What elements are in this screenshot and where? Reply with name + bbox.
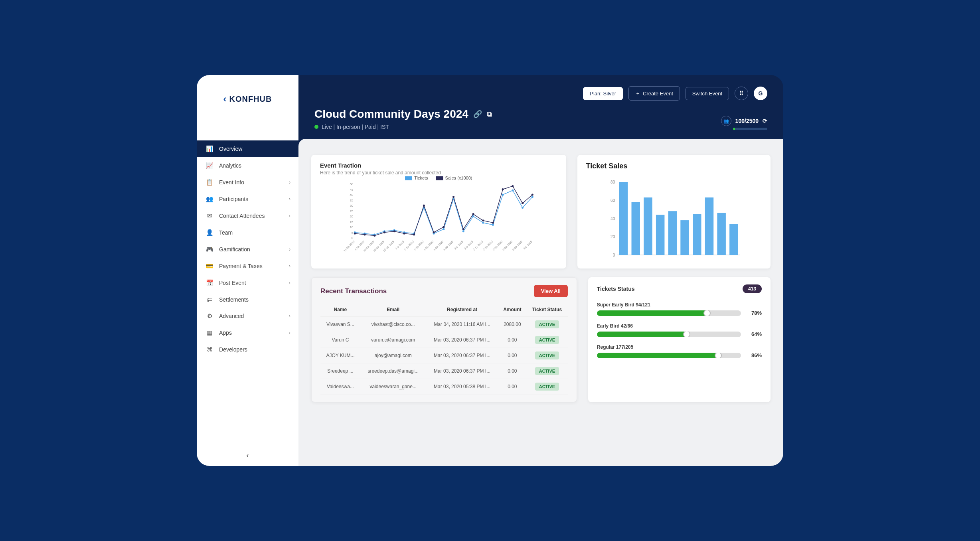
traction-title: Event Traction <box>320 162 557 169</box>
sidebar-item-advanced[interactable]: ⚙Advanced› <box>197 308 298 324</box>
svg-point-45 <box>502 194 504 196</box>
svg-rect-82 <box>717 213 725 255</box>
svg-point-60 <box>462 228 464 230</box>
logo[interactable]: ‹ KONFHUB <box>197 75 298 120</box>
svg-text:45: 45 <box>350 188 353 192</box>
svg-point-47 <box>522 207 524 209</box>
ts-knob-icon <box>715 353 722 358</box>
sidebar-item-analytics[interactable]: 📈Analytics <box>197 157 298 174</box>
brand-text: KONFHUB <box>229 95 272 104</box>
ts-pct: 86% <box>746 352 762 358</box>
plan-badge[interactable]: Plan: Silver <box>583 87 623 100</box>
ts-knob-icon <box>683 332 690 337</box>
event-title-text: Cloud Community Days 2024 <box>314 108 468 120</box>
svg-point-46 <box>512 190 514 192</box>
svg-point-41 <box>462 230 464 232</box>
table-row[interactable]: Sreedeep ...sreedeep.das@amagi...Mar 03,… <box>320 363 568 379</box>
transactions-card: Recent Transactions View All Name Email … <box>311 277 577 402</box>
capacity-widget: 👥 100/2500 ⟳ <box>721 116 767 130</box>
cell-reg: Mar 03, 2020 06:37 PM I... <box>426 363 498 379</box>
traction-subtitle: Here is the trend of your ticket sale an… <box>320 170 557 176</box>
svg-point-43 <box>482 222 484 224</box>
nav-label: Event Info <box>219 179 244 186</box>
traction-chart: 0510152025303540455011-23-201912-3-20191… <box>320 182 557 254</box>
nav-label: Gamification <box>219 246 250 253</box>
ts-bar <box>597 310 741 316</box>
view-all-button[interactable]: View All <box>534 285 568 297</box>
nav-label: Payment & Taxes <box>219 263 263 269</box>
ticket-sales-card: Ticket Sales 020406080 <box>577 155 771 269</box>
th-status: Ticket Status <box>526 303 568 317</box>
sidebar-item-participants[interactable]: 👥Participants› <box>197 191 298 207</box>
svg-point-39 <box>443 228 445 230</box>
nav-label: Contact Attendees <box>219 213 265 219</box>
svg-point-57 <box>433 231 435 233</box>
sidebar-item-event-info[interactable]: 📋Event Info› <box>197 174 298 191</box>
chevron-right-icon: › <box>289 330 290 336</box>
nav-icon: 👥 <box>205 195 214 203</box>
svg-point-44 <box>492 224 494 226</box>
th-name: Name <box>320 303 360 317</box>
svg-text:15: 15 <box>350 220 353 224</box>
svg-text:1-13-2020: 1-13-2020 <box>413 240 425 251</box>
nav-list: 📊Overview📈Analytics📋Event Info›👥Particip… <box>197 120 298 445</box>
sidebar-item-team[interactable]: 👤Team <box>197 224 298 241</box>
svg-text:60: 60 <box>611 198 615 203</box>
nav-icon: 📈 <box>205 162 214 169</box>
table-row[interactable]: AJOY KUM...ajoy@amagi.comMar 03, 2020 06… <box>320 348 568 363</box>
cell-amount: 0.00 <box>498 332 526 348</box>
sidebar-item-post-event[interactable]: 📅Post Event› <box>197 274 298 291</box>
refresh-icon[interactable]: ⟳ <box>763 118 767 124</box>
apps-grid-icon[interactable]: ⠿ <box>735 87 748 100</box>
link-icon[interactable]: 🔗 <box>473 110 482 118</box>
nav-icon: 🏷 <box>205 296 214 303</box>
ticket-status-title: Tickets Status <box>597 286 635 292</box>
svg-point-58 <box>443 226 445 228</box>
th-registered: Registered at <box>426 303 498 317</box>
th-email: Email <box>360 303 426 317</box>
svg-text:5: 5 <box>352 231 354 235</box>
capacity-text: 100/2500 <box>735 118 759 124</box>
traction-legend: Tickets Sales (x1000) <box>320 176 557 180</box>
sidebar-item-contact-attendees[interactable]: ✉Contact Attendees› <box>197 207 298 224</box>
sidebar-item-gamification[interactable]: 🎮Gamification› <box>197 241 298 258</box>
sales-chart: 020406080 <box>586 180 762 260</box>
svg-text:35: 35 <box>350 199 353 202</box>
sidebar-item-overview[interactable]: 📊Overview <box>197 140 298 157</box>
svg-text:2-19-2020: 2-19-2020 <box>492 240 503 251</box>
svg-rect-74 <box>619 182 627 255</box>
nav-icon: 📊 <box>205 145 214 152</box>
sidebar-item-settlements[interactable]: 🏷Settlements <box>197 291 298 308</box>
sidebar-item-apps[interactable]: ▦Apps› <box>197 324 298 341</box>
sidebar: ‹ KONFHUB 📊Overview📈Analytics📋Event Info… <box>197 75 298 466</box>
svg-point-64 <box>502 188 504 190</box>
status-badge: ACTIVE <box>535 320 559 328</box>
ticket-status-count: 413 <box>743 284 762 293</box>
nav-label: Settlements <box>219 296 249 303</box>
create-event-button[interactable]: ＋ Create Event <box>628 86 680 101</box>
svg-text:1-3-2020: 1-3-2020 <box>395 240 405 250</box>
sidebar-collapse-button[interactable]: ‹ <box>197 445 298 466</box>
ts-pct: 64% <box>746 331 762 337</box>
nav-icon: ▦ <box>205 329 214 336</box>
cell-email: varun.c@amagi.com <box>360 332 426 348</box>
svg-rect-75 <box>631 202 640 255</box>
switch-event-button[interactable]: Switch Event <box>686 87 729 100</box>
svg-rect-83 <box>729 224 738 255</box>
sidebar-item-developers[interactable]: ⌘Developers <box>197 341 298 358</box>
cell-email: vaideeswaran_gane... <box>360 379 426 395</box>
chevron-right-icon: › <box>289 213 290 219</box>
transactions-table: Name Email Registered at Amount Ticket S… <box>320 303 568 395</box>
svg-text:40: 40 <box>611 217 615 221</box>
table-row[interactable]: Varun Cvarun.c@amagi.comMar 03, 2020 06:… <box>320 332 568 348</box>
copy-icon[interactable]: ⧉ <box>487 110 492 118</box>
svg-point-55 <box>413 233 415 235</box>
svg-text:80: 80 <box>611 180 615 184</box>
table-row[interactable]: Vivasvan S...vivshast@cisco.co...Mar 04,… <box>320 317 568 332</box>
avatar[interactable]: G <box>754 87 767 100</box>
sidebar-item-payment-taxes[interactable]: 💳Payment & Taxes› <box>197 258 298 274</box>
svg-text:2-2-2020: 2-2-2020 <box>454 240 464 250</box>
svg-point-59 <box>452 196 454 198</box>
chevron-right-icon: › <box>289 196 290 202</box>
table-row[interactable]: Vaideeswa...vaideeswaran_gane...Mar 03, … <box>320 379 568 395</box>
